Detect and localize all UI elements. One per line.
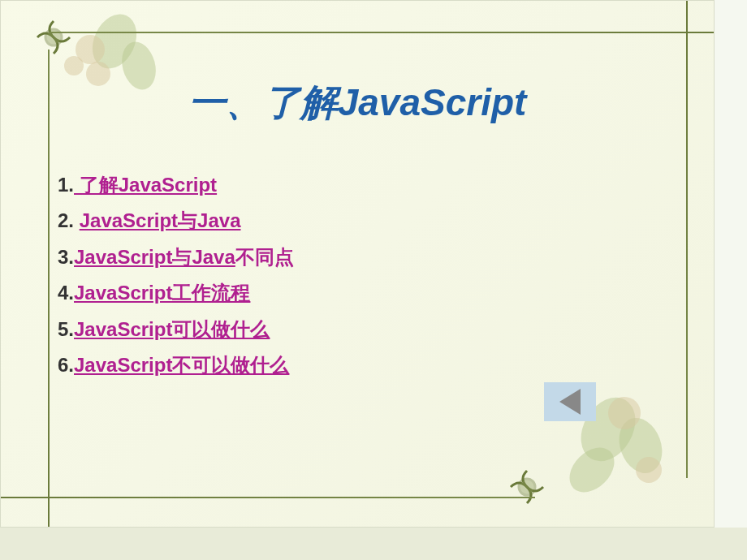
toc-link-understand-js[interactable]: 了解JavaScript <box>74 174 217 196</box>
list-number: 3. <box>58 246 74 268</box>
list-item: 1. 了解JavaScript <box>58 167 294 203</box>
list-number: 2. <box>58 209 80 231</box>
list-item: 4.JavaScript工作流程 <box>58 275 294 311</box>
toc-link-js-can-do[interactable]: JavaScript可以做什么 <box>74 318 270 340</box>
svg-point-10 <box>608 397 641 429</box>
decorative-rope-right <box>686 1 688 478</box>
list-trailing-text: 不同点 <box>235 246 294 268</box>
toc-link-js-java-differences[interactable]: JavaScript与Java <box>74 246 235 268</box>
toc-link-js-cannot-do[interactable]: JavaScript不可以做什么 <box>74 354 289 376</box>
svg-point-6 <box>64 56 84 75</box>
list-number: 4. <box>58 282 74 304</box>
svg-point-11 <box>636 457 662 483</box>
back-button[interactable] <box>544 382 596 421</box>
list-number: 6. <box>58 354 74 376</box>
back-arrow-icon <box>559 389 581 415</box>
slide-container: 一、了解JavaScript 1. 了解JavaScript 2. JavaSc… <box>0 0 715 528</box>
toc-link-js-and-java[interactable]: JavaScript与Java <box>80 209 241 231</box>
page-bottom-bar <box>0 528 747 560</box>
slide-title: 一、了解JavaScript <box>1 78 714 128</box>
list-item: 6.JavaScript不可以做什么 <box>58 347 294 383</box>
list-item: 5.JavaScript可以做什么 <box>58 312 294 347</box>
toc-link-js-workflow[interactable]: JavaScript工作流程 <box>74 282 250 304</box>
list-item: 2. JavaScript与Java <box>58 203 294 239</box>
list-number: 1. <box>58 174 74 196</box>
list-item: 3.JavaScript与Java不同点 <box>58 239 294 275</box>
list-number: 5. <box>58 318 74 340</box>
toc-list: 1. 了解JavaScript 2. JavaScript与Java 3.Jav… <box>58 167 294 383</box>
decorative-rope-top <box>50 32 714 33</box>
decorative-rope-bottom <box>1 497 535 498</box>
svg-point-1 <box>519 479 535 495</box>
